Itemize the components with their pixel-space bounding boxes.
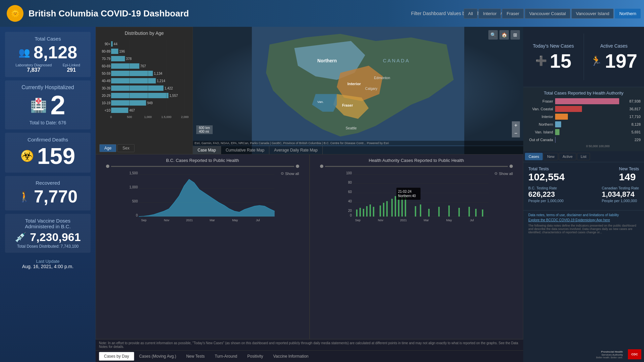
active-cases-value: 197 xyxy=(605,51,637,71)
svg-text:Van.: Van. xyxy=(317,100,324,104)
svg-text:2,000: 2,000 xyxy=(181,115,189,119)
svg-text:Calgary: Calgary xyxy=(365,86,378,90)
svg-text:2021: 2021 xyxy=(400,219,407,222)
show-all-bc[interactable]: ⊙ Show all xyxy=(281,171,299,176)
active-cases-stat: Active Cases 🏃 197 xyxy=(584,27,644,87)
svg-text:Northern:40: Northern:40 xyxy=(398,194,416,198)
svg-rect-75 xyxy=(356,209,357,217)
ha-tab-new[interactable]: New xyxy=(543,153,558,160)
last-update-label: Last Update xyxy=(8,259,88,264)
svg-rect-19 xyxy=(111,85,163,91)
svg-text:467: 467 xyxy=(129,109,135,112)
deaths-label: Confirmed Deaths xyxy=(10,137,86,142)
svg-text:1,214: 1,214 xyxy=(157,79,165,83)
charts-row: B.C. Cases Reported to Public Health 1,5… xyxy=(96,154,523,339)
svg-text:Mar: Mar xyxy=(424,219,429,222)
active-cases-label: Active Cases xyxy=(600,43,628,49)
map-home-button[interactable]: 🏠 xyxy=(499,30,509,40)
bottom-tab-cases-by-day[interactable]: Cases by Day xyxy=(99,352,134,361)
svg-rect-10 xyxy=(111,63,139,69)
bc-range-slider[interactable] xyxy=(99,165,306,168)
age-chart-tabs: AgeSex xyxy=(99,144,189,152)
svg-text:May: May xyxy=(446,219,452,222)
svg-text:378: 378 xyxy=(126,57,132,61)
bottom-tab-new-tests[interactable]: New Tests xyxy=(181,352,210,361)
filter-btn-northern[interactable]: Northern xyxy=(615,9,641,18)
filter-btn-interior[interactable]: Interior xyxy=(479,9,501,18)
epidemiology-link[interactable]: Explore the BCCDC COVID-19 Epidemiology … xyxy=(528,218,639,222)
map-tab-average-daily-rate-map[interactable]: Average Daily Rate Map xyxy=(269,146,323,154)
ha-bar-chart-title: Total Cases Reported by Health Authority xyxy=(527,90,641,96)
svg-rect-7 xyxy=(111,56,125,61)
recovered-value: 7,770 xyxy=(34,188,77,205)
hospitalized-value: 2 xyxy=(50,92,65,119)
filter-btn-fraser[interactable]: Fraser xyxy=(502,9,524,18)
map-controls: 🔍 🏠 ⊞ xyxy=(488,30,520,40)
map-search-button[interactable]: 🔍 xyxy=(488,30,498,40)
ha-bar xyxy=(555,129,559,135)
ha-bar-row: Northern 8,128 xyxy=(527,121,641,127)
svg-rect-97 xyxy=(458,208,460,217)
svg-rect-82 xyxy=(383,203,384,217)
main-content: Total Cases 👥 8,128 Laboratory Diagnosed… xyxy=(0,27,644,362)
bottom-tab-positivity[interactable]: Positivity xyxy=(242,352,268,361)
bc-cases-title: B.C. Cases Reported to Public Health xyxy=(99,158,306,163)
svg-text:20: 20 xyxy=(348,209,352,213)
age-tab-age[interactable]: Age xyxy=(99,144,116,152)
svg-text:Seattle: Seattle xyxy=(346,126,357,130)
svg-text:Nov: Nov xyxy=(164,219,170,222)
svg-text:196: 196 xyxy=(119,50,125,53)
bottom-tab-cases-moving-avg.[interactable]: Cases (Moving Avg.) xyxy=(134,352,181,361)
svg-text:30-39: 30-39 xyxy=(102,86,110,90)
svg-text:767: 767 xyxy=(140,64,146,68)
svg-text:70-79: 70-79 xyxy=(102,57,110,61)
ha-tab-active[interactable]: Active xyxy=(559,153,576,160)
tests-panel: Total Tests 102,554 New Tests 149 B.C. T… xyxy=(523,162,644,210)
cdn-testing-value: 1,034,874 xyxy=(602,190,639,199)
ha-tab-cases[interactable]: Cases xyxy=(525,153,543,160)
map-tab-case-map[interactable]: Case Map xyxy=(193,146,221,154)
svg-rect-1 xyxy=(111,41,113,47)
bccdc-logo: CDC xyxy=(628,349,641,359)
ha-cases-chart-container: 100 80 60 40 20 0 xyxy=(313,165,520,223)
svg-text:Edmonton: Edmonton xyxy=(374,76,390,80)
vaccine-value: 7,230,961 xyxy=(30,231,80,243)
show-all-ha[interactable]: ⊙ Show all xyxy=(494,171,513,176)
ha-chart-svg: 100 80 60 40 20 0 xyxy=(313,169,520,223)
right-top-stats: Today's New Cases ➕ 15 Active Cases 🏃 19… xyxy=(523,27,644,87)
ha-tab-list[interactable]: List xyxy=(577,153,590,160)
svg-text:0: 0 xyxy=(350,214,352,217)
filter-buttons: AllInteriorFraserVancouver CoastalVancou… xyxy=(464,9,644,18)
svg-text:60-69: 60-69 xyxy=(102,64,110,68)
right-panel: Today's New Cases ➕ 15 Active Cases 🏃 19… xyxy=(523,27,644,362)
ha-range-slider[interactable] xyxy=(313,165,520,168)
svg-text:80-89: 80-89 xyxy=(102,50,110,53)
ha-bar-row: Van. Coastal 36,817 xyxy=(527,106,641,112)
virus-icon: ☣️ xyxy=(20,149,34,162)
map-panel: Northern Interior Fraser Van. CANADA Cal… xyxy=(193,27,523,154)
phsa-logo: Provincial Health Services Authority Bet… xyxy=(596,350,623,359)
map-layers-button[interactable]: ⊞ xyxy=(511,30,520,40)
filter-btn-vancouver-coastal[interactable]: Vancouver Coastal xyxy=(525,9,570,18)
svg-text:10-19: 10-19 xyxy=(102,101,110,105)
bc-cases-chart-container: 1,500 1,000 500 0 xyxy=(99,165,306,223)
filter-btn-vancouver-island[interactable]: Vancouver Island xyxy=(572,9,614,18)
map-tab-cumulative-rate-map[interactable]: Cumulative Rate Map xyxy=(221,146,269,154)
bottom-tab-turn-around[interactable]: Turn-Around xyxy=(210,352,242,361)
map-zoom-out-button[interactable]: − xyxy=(512,129,520,137)
map-zoom-in-button[interactable]: + xyxy=(512,121,520,129)
new-tests-label: New Tests xyxy=(619,166,639,171)
vaccine-label: Total Vaccine Doses Administered in B.C. xyxy=(10,218,86,229)
age-tab-sex[interactable]: Sex xyxy=(117,144,135,152)
svg-text:100: 100 xyxy=(346,171,352,175)
ha-bar-row: Interior 17,710 xyxy=(527,114,641,120)
svg-rect-93 xyxy=(420,204,421,217)
deaths-value: 159 xyxy=(37,144,75,167)
bc-testing-label: B.C. Testing Rate xyxy=(528,186,564,190)
svg-text:0: 0 xyxy=(136,214,138,217)
filter-btn-all[interactable]: All xyxy=(464,9,477,18)
svg-text:1,000: 1,000 xyxy=(129,185,138,189)
bottom-tab-vaccine-information[interactable]: Vaccine Information xyxy=(268,352,314,361)
ha-bar-value: 36,817 xyxy=(629,107,641,111)
hospitalized-card: Currently Hospitalized 🏥 2 Total to Date… xyxy=(5,80,91,129)
